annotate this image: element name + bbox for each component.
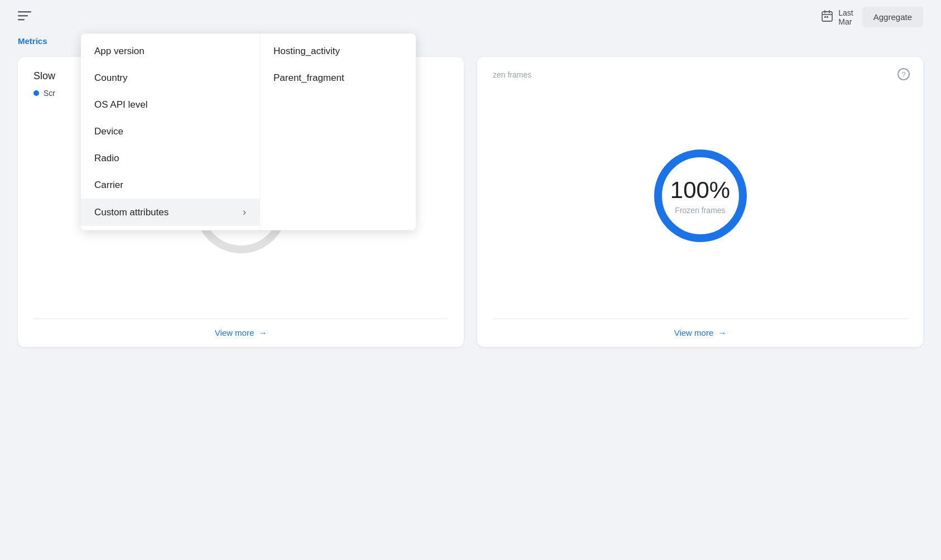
menu-item-label-os-api-level: OS API level bbox=[94, 99, 147, 110]
arrow-icon-slow: → bbox=[258, 328, 267, 337]
dropdown-right-panel: Hosting_activity Parent_fragment bbox=[260, 33, 416, 230]
date-display: Last Mar bbox=[838, 8, 853, 26]
menu-item-label-carrier: Carrier bbox=[94, 180, 123, 191]
frozen-sublabel: Frozen frames bbox=[670, 206, 730, 215]
frozen-label-text: zen frames bbox=[493, 70, 908, 79]
menu-item-custom-attributes[interactable]: Custom attributes › bbox=[81, 199, 260, 226]
menu-item-label-device: Device bbox=[94, 126, 123, 137]
svg-rect-8 bbox=[827, 16, 828, 18]
svg-rect-2 bbox=[18, 19, 25, 21]
metrics-label: Metrics bbox=[18, 36, 47, 46]
menu-item-app-version[interactable]: App version bbox=[81, 38, 260, 65]
page-container: Last Mar Aggregate Metrics Slow Scr bbox=[0, 0, 941, 560]
menu-item-label-app-version: App version bbox=[94, 46, 145, 57]
menu-item-carrier[interactable]: Carrier bbox=[81, 172, 260, 199]
arrow-icon-frozen: → bbox=[718, 328, 726, 337]
aggregate-button[interactable]: Aggregate bbox=[862, 7, 923, 27]
date-last: Last bbox=[838, 8, 853, 17]
svg-rect-0 bbox=[18, 11, 31, 13]
menu-item-country[interactable]: Country bbox=[81, 65, 260, 91]
svg-rect-7 bbox=[824, 16, 826, 18]
view-more-slow[interactable]: View more → bbox=[215, 328, 267, 337]
subtitle-text-slow: Scr bbox=[44, 89, 55, 98]
menu-item-label-parent-fragment: Parent_fragment bbox=[273, 73, 344, 84]
frozen-percent: 100% bbox=[670, 177, 730, 204]
menu-item-radio[interactable]: Radio bbox=[81, 145, 260, 172]
filter-icon[interactable] bbox=[18, 10, 31, 25]
dot-slow bbox=[33, 90, 39, 96]
filter-area bbox=[18, 10, 31, 25]
donut-wrap-frozen: 100% Frozen frames bbox=[493, 84, 908, 318]
top-right-area: Last Mar Aggregate bbox=[820, 7, 923, 27]
date-section: Last Mar bbox=[820, 8, 853, 26]
dropdown-left-panel: App version Country OS API level Device … bbox=[81, 33, 260, 230]
card-footer-slow: View more → bbox=[33, 318, 448, 347]
date-month: Mar bbox=[838, 17, 853, 26]
svg-rect-1 bbox=[18, 15, 28, 17]
donut-label-frozen: 100% Frozen frames bbox=[670, 177, 730, 215]
menu-item-device[interactable]: Device bbox=[81, 118, 260, 145]
menu-item-label-custom-attributes: Custom attributes bbox=[94, 207, 169, 218]
menu-item-label-hosting-activity: Hosting_activity bbox=[273, 46, 340, 57]
info-icon-frozen[interactable]: ? bbox=[897, 68, 910, 80]
menu-item-os-api-level[interactable]: OS API level bbox=[81, 91, 260, 118]
menu-item-parent-fragment[interactable]: Parent_fragment bbox=[260, 65, 416, 91]
card-footer-frozen: View more → bbox=[493, 318, 908, 347]
calendar-icon bbox=[820, 9, 834, 25]
frozen-frames-card: ? zen frames 100% Frozen frames View mor… bbox=[477, 57, 923, 347]
menu-item-hosting-activity[interactable]: Hosting_activity bbox=[260, 38, 416, 65]
menu-item-label-radio: Radio bbox=[94, 153, 119, 164]
dropdown-menu: App version Country OS API level Device … bbox=[81, 33, 416, 230]
menu-item-label-country: Country bbox=[94, 73, 128, 84]
chevron-right-icon: › bbox=[243, 206, 246, 218]
view-more-frozen[interactable]: View more → bbox=[674, 328, 727, 337]
top-bar: Last Mar Aggregate bbox=[0, 0, 941, 34]
